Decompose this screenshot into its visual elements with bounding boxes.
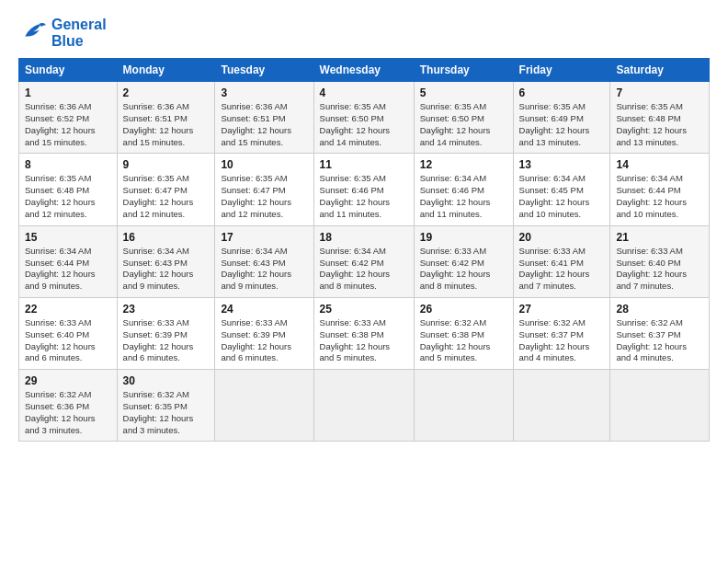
calendar-cell: 22 Sunrise: 6:33 AM Sunset: 6:40 PM Dayl…	[19, 297, 118, 369]
day-info: Sunrise: 6:34 AM Sunset: 6:42 PM Dayligh…	[320, 246, 408, 293]
day-info: Sunrise: 6:33 AM Sunset: 6:39 PM Dayligh…	[221, 317, 307, 364]
day-info: Sunrise: 6:36 AM Sunset: 6:51 PM Dayligh…	[123, 101, 210, 148]
calendar-cell	[215, 370, 313, 442]
day-number: 12	[420, 158, 507, 171]
calendar-cell: 26 Sunrise: 6:32 AM Sunset: 6:38 PM Dayl…	[414, 297, 513, 369]
weekday-header-friday: Friday	[513, 59, 610, 82]
day-number: 13	[519, 158, 605, 171]
day-number: 19	[420, 231, 507, 244]
weekday-header-thursday: Thursday	[414, 59, 513, 82]
day-number: 30	[123, 374, 210, 387]
day-info: Sunrise: 6:35 AM Sunset: 6:49 PM Dayligh…	[519, 101, 605, 148]
calendar-cell: 3 Sunrise: 6:36 AM Sunset: 6:51 PM Dayli…	[215, 82, 313, 154]
day-info: Sunrise: 6:34 AM Sunset: 6:43 PM Dayligh…	[123, 246, 210, 293]
day-number: 24	[221, 303, 307, 316]
calendar-cell	[610, 370, 710, 442]
day-number: 2	[123, 86, 210, 99]
calendar-cell	[513, 370, 610, 442]
calendar-cell: 30 Sunrise: 6:32 AM Sunset: 6:35 PM Dayl…	[117, 370, 215, 442]
calendar-cell: 23 Sunrise: 6:33 AM Sunset: 6:39 PM Dayl…	[117, 297, 215, 369]
day-number: 4	[320, 86, 408, 99]
day-info: Sunrise: 6:33 AM Sunset: 6:41 PM Dayligh…	[519, 246, 605, 293]
day-info: Sunrise: 6:35 AM Sunset: 6:48 PM Dayligh…	[25, 173, 111, 220]
logo-text: General Blue	[51, 17, 107, 49]
day-info: Sunrise: 6:32 AM Sunset: 6:37 PM Dayligh…	[616, 317, 703, 364]
calendar-cell: 16 Sunrise: 6:34 AM Sunset: 6:43 PM Dayl…	[117, 225, 215, 297]
calendar-cell: 13 Sunrise: 6:34 AM Sunset: 6:45 PM Dayl…	[513, 154, 610, 225]
day-info: Sunrise: 6:36 AM Sunset: 6:51 PM Dayligh…	[221, 101, 307, 148]
day-number: 16	[123, 231, 210, 244]
calendar-cell: 11 Sunrise: 6:35 AM Sunset: 6:46 PM Dayl…	[313, 154, 414, 225]
calendar-cell: 27 Sunrise: 6:32 AM Sunset: 6:37 PM Dayl…	[513, 297, 610, 369]
day-info: Sunrise: 6:34 AM Sunset: 6:43 PM Dayligh…	[221, 246, 307, 293]
day-info: Sunrise: 6:33 AM Sunset: 6:38 PM Dayligh…	[320, 317, 408, 364]
day-info: Sunrise: 6:35 AM Sunset: 6:48 PM Dayligh…	[616, 101, 703, 148]
calendar-cell: 8 Sunrise: 6:35 AM Sunset: 6:48 PM Dayli…	[19, 154, 118, 225]
calendar-cell: 2 Sunrise: 6:36 AM Sunset: 6:51 PM Dayli…	[117, 82, 215, 154]
day-info: Sunrise: 6:35 AM Sunset: 6:47 PM Dayligh…	[221, 173, 307, 220]
day-info: Sunrise: 6:36 AM Sunset: 6:52 PM Dayligh…	[25, 101, 111, 148]
day-info: Sunrise: 6:33 AM Sunset: 6:40 PM Dayligh…	[616, 246, 703, 293]
day-number: 27	[519, 303, 605, 316]
calendar-header-row: SundayMondayTuesdayWednesdayThursdayFrid…	[19, 59, 710, 82]
calendar-cell: 14 Sunrise: 6:34 AM Sunset: 6:44 PM Dayl…	[610, 154, 710, 225]
calendar-cell: 15 Sunrise: 6:34 AM Sunset: 6:44 PM Dayl…	[19, 225, 118, 297]
day-info: Sunrise: 6:33 AM Sunset: 6:40 PM Dayligh…	[25, 317, 111, 364]
day-info: Sunrise: 6:32 AM Sunset: 6:36 PM Dayligh…	[25, 389, 111, 436]
weekday-header-wednesday: Wednesday	[313, 59, 414, 82]
calendar-week-3: 15 Sunrise: 6:34 AM Sunset: 6:44 PM Dayl…	[19, 225, 710, 297]
calendar-cell: 7 Sunrise: 6:35 AM Sunset: 6:48 PM Dayli…	[610, 82, 710, 154]
day-number: 29	[25, 374, 111, 387]
day-number: 5	[420, 86, 507, 99]
day-number: 25	[320, 303, 408, 316]
day-number: 26	[420, 303, 507, 316]
calendar-body: 1 Sunrise: 6:36 AM Sunset: 6:52 PM Dayli…	[19, 82, 710, 442]
calendar-cell: 12 Sunrise: 6:34 AM Sunset: 6:46 PM Dayl…	[414, 154, 513, 225]
day-info: Sunrise: 6:34 AM Sunset: 6:45 PM Dayligh…	[519, 173, 605, 220]
day-number: 18	[320, 231, 408, 244]
day-info: Sunrise: 6:35 AM Sunset: 6:50 PM Dayligh…	[420, 101, 507, 148]
calendar-cell: 5 Sunrise: 6:35 AM Sunset: 6:50 PM Dayli…	[414, 82, 513, 154]
day-number: 6	[519, 86, 605, 99]
calendar-cell: 1 Sunrise: 6:36 AM Sunset: 6:52 PM Dayli…	[19, 82, 118, 154]
day-number: 21	[616, 231, 703, 244]
day-info: Sunrise: 6:32 AM Sunset: 6:38 PM Dayligh…	[420, 317, 507, 364]
day-number: 7	[616, 86, 703, 99]
calendar-cell: 25 Sunrise: 6:33 AM Sunset: 6:38 PM Dayl…	[313, 297, 414, 369]
day-info: Sunrise: 6:33 AM Sunset: 6:39 PM Dayligh…	[123, 317, 210, 364]
calendar-cell: 10 Sunrise: 6:35 AM Sunset: 6:47 PM Dayl…	[215, 154, 313, 225]
page: General Blue SundayMondayTuesdayWednesda…	[0, 0, 728, 563]
day-number: 22	[25, 303, 111, 316]
day-number: 15	[25, 231, 111, 244]
day-number: 1	[25, 86, 111, 99]
header: General Blue	[18, 17, 710, 49]
day-number: 20	[519, 231, 605, 244]
day-info: Sunrise: 6:35 AM Sunset: 6:46 PM Dayligh…	[320, 173, 408, 220]
calendar-week-4: 22 Sunrise: 6:33 AM Sunset: 6:40 PM Dayl…	[19, 297, 710, 369]
calendar-cell: 24 Sunrise: 6:33 AM Sunset: 6:39 PM Dayl…	[215, 297, 313, 369]
day-info: Sunrise: 6:35 AM Sunset: 6:50 PM Dayligh…	[320, 101, 408, 148]
day-info: Sunrise: 6:34 AM Sunset: 6:46 PM Dayligh…	[420, 173, 507, 220]
day-number: 9	[123, 158, 210, 171]
calendar-cell: 9 Sunrise: 6:35 AM Sunset: 6:47 PM Dayli…	[117, 154, 215, 225]
day-number: 10	[221, 158, 307, 171]
weekday-header-monday: Monday	[117, 59, 215, 82]
calendar-cell: 20 Sunrise: 6:33 AM Sunset: 6:41 PM Dayl…	[513, 225, 610, 297]
day-number: 8	[25, 158, 111, 171]
day-number: 17	[221, 231, 307, 244]
weekday-header-sunday: Sunday	[19, 59, 118, 82]
weekday-header-saturday: Saturday	[610, 59, 710, 82]
calendar-cell	[414, 370, 513, 442]
day-number: 14	[616, 158, 703, 171]
calendar-cell: 28 Sunrise: 6:32 AM Sunset: 6:37 PM Dayl…	[610, 297, 710, 369]
day-info: Sunrise: 6:34 AM Sunset: 6:44 PM Dayligh…	[616, 173, 703, 220]
day-info: Sunrise: 6:33 AM Sunset: 6:42 PM Dayligh…	[420, 246, 507, 293]
calendar-cell: 4 Sunrise: 6:35 AM Sunset: 6:50 PM Dayli…	[313, 82, 414, 154]
calendar-cell	[313, 370, 414, 442]
logo-icon	[18, 20, 48, 46]
day-number: 3	[221, 86, 307, 99]
calendar-table: SundayMondayTuesdayWednesdayThursdayFrid…	[18, 58, 710, 442]
calendar-cell: 29 Sunrise: 6:32 AM Sunset: 6:36 PM Dayl…	[19, 370, 118, 442]
day-number: 11	[320, 158, 408, 171]
day-info: Sunrise: 6:35 AM Sunset: 6:47 PM Dayligh…	[123, 173, 210, 220]
